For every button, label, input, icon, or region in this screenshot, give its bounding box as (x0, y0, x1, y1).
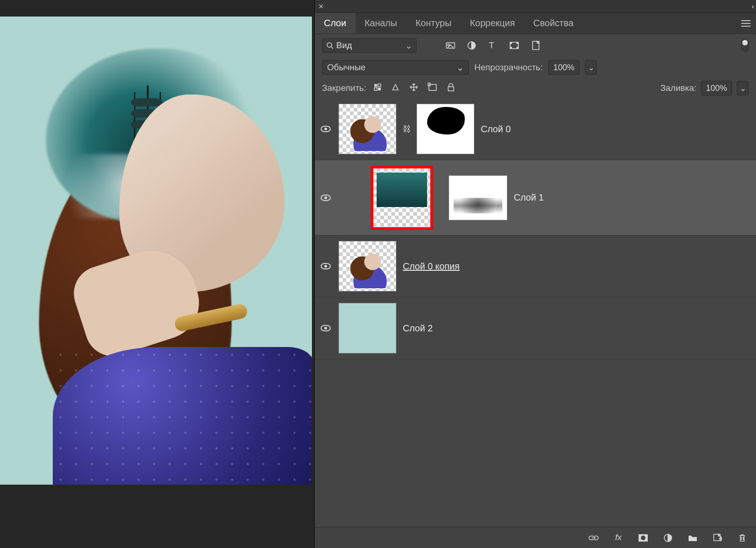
svg-point-10 (517, 47, 518, 49)
app-root: ✕ ‹‹ Слои Каналы Контуры Коррекция Свойс… (0, 0, 756, 548)
tab-adjustments[interactable]: Коррекция (461, 13, 524, 34)
eye-icon (321, 195, 331, 201)
fill-dropdown[interactable]: ⌄ (737, 81, 749, 95)
svg-rect-14 (374, 88, 377, 90)
tab-layers[interactable]: Слои (315, 13, 356, 34)
layer-thumbnail[interactable] (339, 241, 396, 291)
panel-titlebar: ✕ ‹‹ (315, 0, 756, 13)
layer-name[interactable]: Слой 2 (403, 323, 433, 334)
add-mask-icon[interactable] (638, 532, 649, 543)
fill-label: Заливка: (661, 83, 696, 93)
lock-all-icon[interactable] (447, 83, 455, 94)
filter-smartobject-icon[interactable] (531, 40, 540, 50)
svg-point-7 (511, 43, 512, 44)
fill-value[interactable]: 100% (701, 81, 732, 95)
svg-point-3 (448, 44, 450, 46)
layers-list: ⛓ Слой 0 Слой 1 Слой 0 копия (315, 98, 756, 527)
layer-visibility-toggle[interactable] (319, 325, 332, 331)
lock-image-icon[interactable] (391, 83, 400, 94)
layer-name[interactable]: Слой 0 (481, 124, 511, 134)
layer-visibility-toggle[interactable] (319, 195, 332, 201)
filter-type-icon[interactable]: T (488, 41, 497, 50)
new-layer-icon[interactable] (712, 532, 723, 543)
lock-label: Закрепить: (322, 83, 366, 93)
layers-panel: ✕ ‹‹ Слои Каналы Контуры Коррекция Свойс… (314, 0, 756, 548)
panel-menu-button[interactable] (736, 13, 756, 34)
close-panel-icon[interactable]: ✕ (318, 3, 324, 10)
layer-thumbnail[interactable] (372, 168, 431, 228)
layer-visibility-toggle[interactable] (319, 126, 332, 132)
chevron-down-icon: ⌄ (740, 84, 746, 93)
svg-text:T: T (489, 41, 494, 50)
svg-rect-15 (378, 88, 381, 90)
lock-row: Закрепить: Заливка: 100% ⌄ (315, 78, 756, 98)
canvas-area[interactable] (0, 0, 314, 548)
layers-bottom-bar: fx (315, 527, 756, 548)
opacity-label: Непрозрачность: (474, 62, 543, 73)
layer-mask-thumbnail[interactable] (449, 175, 507, 220)
hamburger-icon (741, 20, 750, 27)
filter-pixel-icon[interactable] (446, 41, 455, 50)
layer-row[interactable]: Слой 0 копия (315, 235, 756, 297)
filter-icons: T (446, 40, 540, 50)
lock-position-icon[interactable] (409, 83, 418, 94)
tab-properties[interactable]: Свойства (524, 13, 583, 34)
svg-point-0 (327, 43, 332, 47)
blend-mode-value: Обычные (327, 62, 366, 73)
new-group-icon[interactable] (687, 532, 698, 543)
link-layers-icon[interactable] (588, 532, 599, 543)
svg-rect-13 (378, 84, 381, 87)
opacity-value[interactable]: 100% (548, 60, 579, 75)
filter-adjustment-icon[interactable] (467, 41, 476, 50)
layer-kind-label: Вид (336, 40, 352, 50)
layer-thumbnail[interactable] (339, 104, 396, 154)
new-adjustment-icon[interactable] (662, 532, 673, 543)
artwork-dress (53, 347, 312, 485)
svg-point-20 (641, 536, 645, 540)
svg-rect-18 (448, 87, 454, 91)
mask-link-icon[interactable]: ⛓ (403, 124, 410, 134)
svg-rect-24 (721, 537, 722, 541)
layer-thumbnail[interactable] (339, 303, 396, 353)
tab-paths[interactable]: Контуры (406, 13, 461, 34)
filter-row: Вид ⌄ T (315, 34, 756, 57)
layer-row[interactable]: Слой 2 (315, 297, 756, 359)
svg-point-9 (511, 47, 512, 49)
collapse-panel-icon[interactable]: ‹‹ (752, 3, 752, 10)
chevron-down-icon: ⌄ (588, 63, 594, 72)
svg-point-8 (517, 43, 518, 44)
svg-rect-12 (374, 84, 377, 87)
layer-kind-select[interactable]: Вид ⌄ (322, 38, 417, 53)
layer-row[interactable]: ⛓ Слой 0 (315, 98, 756, 160)
layer-name[interactable]: Слой 0 копия (403, 261, 460, 272)
delete-layer-icon[interactable] (737, 532, 748, 543)
search-icon (326, 42, 334, 49)
lock-transparency-icon[interactable] (373, 83, 382, 93)
eye-icon (321, 325, 331, 331)
layer-mask-thumbnail[interactable] (417, 104, 474, 154)
panel-tabs: Слои Каналы Контуры Коррекция Свойства (315, 13, 756, 34)
eye-icon (321, 126, 331, 132)
eye-icon (321, 263, 331, 269)
layer-visibility-toggle[interactable] (319, 263, 332, 269)
opacity-dropdown[interactable]: ⌄ (585, 60, 597, 75)
tab-channels[interactable]: Каналы (356, 13, 406, 34)
blend-mode-select[interactable]: Обычные ⌄ (322, 60, 469, 75)
layer-name[interactable]: Слой 1 (514, 192, 544, 203)
filter-toggle[interactable] (741, 39, 749, 52)
blend-row: Обычные ⌄ Непрозрачность: 100% ⌄ (315, 57, 756, 78)
layer-row[interactable]: Слой 1 (315, 160, 756, 235)
lock-artboard-icon[interactable] (428, 83, 438, 94)
chevron-down-icon: ⌄ (456, 62, 464, 73)
layer-fx-icon[interactable]: fx (613, 532, 624, 543)
document-canvas[interactable] (0, 17, 312, 485)
svg-line-1 (331, 47, 333, 49)
filter-shape-icon[interactable] (509, 41, 519, 50)
chevron-down-icon: ⌄ (405, 40, 412, 51)
